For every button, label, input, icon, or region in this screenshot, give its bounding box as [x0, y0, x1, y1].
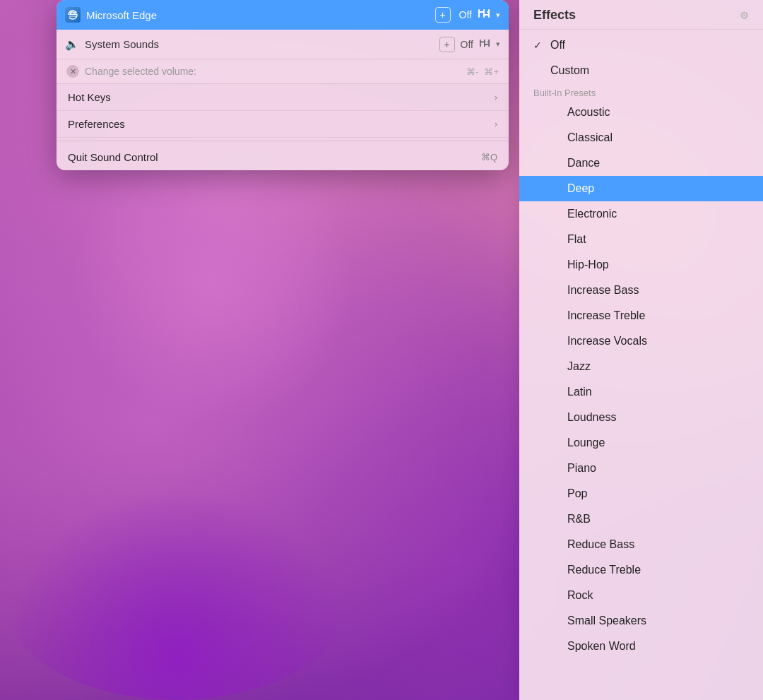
- svg-rect-3: [483, 14, 489, 16]
- volume-shortcut-minus: ⌘-: [466, 66, 478, 77]
- system-sound-icon: 🔈: [65, 37, 79, 51]
- effect-label: Jazz: [567, 360, 591, 373]
- system-sounds-row[interactable]: 🔈 System Sounds + Off ▾: [57, 30, 509, 59]
- effect-checkmark: ✓: [533, 40, 548, 51]
- effect-label: Small Speakers: [567, 615, 646, 627]
- effect-item-spoken-word[interactable]: Spoken Word: [519, 634, 763, 659]
- effect-item-electronic[interactable]: Electronic: [519, 201, 763, 227]
- hot-keys-item[interactable]: Hot Keys ›: [57, 84, 509, 111]
- edge-chevron-icon: ▾: [496, 11, 500, 20]
- effect-label: Increase Vocals: [567, 335, 647, 348]
- effect-item-piano[interactable]: Piano: [519, 456, 763, 481]
- edge-icon: [65, 7, 81, 23]
- svg-rect-10: [488, 40, 490, 47]
- system-chevron-icon: ▾: [496, 40, 500, 49]
- edge-status: Off: [459, 9, 472, 20]
- edge-controls: + Off ▾: [435, 7, 500, 23]
- svg-rect-8: [484, 40, 485, 47]
- svg-rect-9: [484, 44, 489, 45]
- effects-section-header: Built-In Presets: [519, 83, 763, 100]
- svg-rect-1: [478, 11, 484, 13]
- hot-keys-arrow: ›: [495, 92, 497, 102]
- effect-label: Dance: [567, 157, 600, 170]
- effect-item-acoustic[interactable]: Acoustic: [519, 100, 763, 125]
- system-sounds-name: System Sounds: [85, 38, 439, 50]
- effect-label: Classical: [567, 131, 613, 144]
- effect-item-latin[interactable]: Latin: [519, 379, 763, 405]
- effect-label: Increase Treble: [567, 309, 645, 322]
- effect-label: Piano: [567, 462, 596, 475]
- effect-label: Electronic: [567, 208, 617, 220]
- system-status: Off: [461, 39, 473, 50]
- effect-label: Pop: [567, 487, 587, 500]
- volume-change-row: ✕ Change selected volume: ⌘- ⌘+: [57, 59, 509, 84]
- effect-label: Increase Bass: [567, 284, 639, 297]
- effect-label: Reduce Bass: [567, 538, 634, 551]
- microsoft-edge-row[interactable]: Microsoft Edge + Off ▾: [57, 0, 509, 30]
- effect-item-flat[interactable]: Flat: [519, 227, 763, 252]
- svg-rect-4: [488, 9, 490, 18]
- volume-label: Change selected volume:: [85, 66, 461, 77]
- volume-shortcut-plus: ⌘+: [484, 66, 499, 77]
- effect-item-lounge[interactable]: Lounge: [519, 430, 763, 456]
- effect-item-jazz[interactable]: Jazz: [519, 354, 763, 379]
- effect-item-small-speakers[interactable]: Small Speakers: [519, 608, 763, 634]
- effects-list: ✓OffCustomBuilt-In PresetsAcousticClassi…: [519, 30, 763, 662]
- effect-label: Lounge: [567, 437, 605, 449]
- effect-item-increase-bass[interactable]: Increase Bass: [519, 278, 763, 303]
- svg-rect-0: [478, 9, 480, 18]
- svg-rect-7: [480, 41, 485, 42]
- effect-item-pop[interactable]: Pop: [519, 481, 763, 506]
- system-add-button[interactable]: +: [439, 37, 455, 52]
- bg-blob: [0, 488, 353, 700]
- effects-title: Effects: [533, 8, 576, 23]
- svg-rect-5: [487, 11, 490, 13]
- preferences-arrow: ›: [495, 119, 497, 129]
- svg-rect-11: [487, 41, 490, 42]
- effects-panel: Effects ⚙ ✓OffCustomBuilt-In PresetsAcou…: [519, 0, 763, 700]
- effect-item-hip-hop[interactable]: Hip-Hop: [519, 252, 763, 278]
- svg-rect-2: [483, 9, 485, 18]
- effect-label: Off: [550, 39, 565, 52]
- effect-label: Flat: [567, 233, 586, 246]
- effect-label: Spoken Word: [567, 640, 636, 653]
- edge-app-name: Microsoft Edge: [86, 9, 435, 21]
- system-controls: + Off ▾: [439, 37, 500, 52]
- effect-item-custom[interactable]: Custom: [519, 58, 763, 83]
- effects-header: Effects ⚙: [519, 0, 763, 30]
- edge-add-button[interactable]: +: [435, 7, 451, 23]
- quit-label: Quit Sound Control: [68, 151, 158, 163]
- effect-label: Rock: [567, 589, 593, 602]
- quit-shortcut: ⌘Q: [481, 152, 497, 162]
- effect-item-reduce-treble[interactable]: Reduce Treble: [519, 557, 763, 583]
- effect-item-loudness[interactable]: Loudness: [519, 405, 763, 430]
- effect-label: Hip-Hop: [567, 259, 609, 271]
- effect-label: Loudness: [567, 411, 616, 424]
- close-button[interactable]: ✕: [66, 65, 79, 78]
- preferences-item[interactable]: Preferences ›: [57, 111, 509, 138]
- quit-item[interactable]: Quit Sound Control ⌘Q: [57, 144, 509, 170]
- effect-item-rnb[interactable]: R&B: [519, 506, 763, 532]
- effect-label: Latin: [567, 386, 592, 398]
- effect-item-deep[interactable]: Deep: [519, 176, 763, 201]
- main-dropdown: Microsoft Edge + Off ▾ 🔈 System Sounds: [57, 0, 509, 170]
- effects-header-icon: ⚙: [740, 10, 749, 21]
- effect-item-increase-treble[interactable]: Increase Treble: [519, 303, 763, 328]
- effect-item-off[interactable]: ✓Off: [519, 32, 763, 58]
- hot-keys-label: Hot Keys: [68, 91, 111, 103]
- effect-item-rock[interactable]: Rock: [519, 583, 763, 608]
- edge-sliders-icon: [478, 8, 490, 22]
- effect-item-reduce-bass[interactable]: Reduce Bass: [519, 532, 763, 557]
- effect-label: Custom: [550, 64, 589, 77]
- effect-label: Acoustic: [567, 106, 610, 119]
- effect-label: Reduce Treble: [567, 564, 641, 576]
- effect-item-dance[interactable]: Dance: [519, 150, 763, 176]
- system-sliders-icon: [479, 38, 490, 50]
- bg-blob: [71, 141, 353, 424]
- effect-item-increase-vocals[interactable]: Increase Vocals: [519, 328, 763, 354]
- effect-item-classical[interactable]: Classical: [519, 125, 763, 150]
- svg-rect-6: [480, 40, 481, 47]
- effect-label: R&B: [567, 513, 591, 526]
- menu-separator: [57, 141, 509, 141]
- effect-label: Deep: [567, 182, 594, 195]
